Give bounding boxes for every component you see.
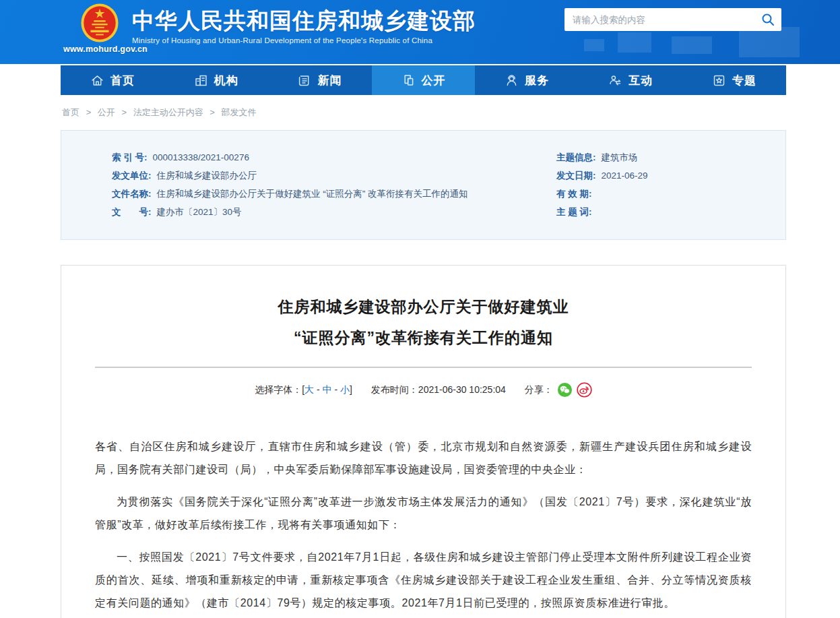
info-row-document-number: 文 号: 建办市〔2021〕30号 bbox=[112, 203, 556, 221]
wechat-share-icon[interactable] bbox=[557, 382, 573, 398]
article-meta-row: 选择字体：[大 - 中 - 小] 发布时间：2021-06-30 10:25:0… bbox=[95, 382, 752, 398]
breadcrumb-statutory-content[interactable]: 法定主动公开内容 bbox=[133, 107, 203, 117]
info-row-issuing-unit: 发文单位: 住房和城乡建设部办公厅 bbox=[112, 166, 556, 185]
article-paragraph: 一、按照国发〔2021〕7号文件要求，自2021年7月1日起，各级住房和城乡建设… bbox=[95, 546, 752, 615]
info-row-validity-period: 有 效 期: bbox=[556, 185, 779, 203]
nav-item-organization[interactable]: 机构 bbox=[164, 65, 268, 95]
interaction-icon bbox=[608, 73, 622, 88]
share-block: 分享： bbox=[525, 382, 592, 398]
font-size-selector: 选择字体：[大 - 中 - 小] bbox=[255, 384, 352, 396]
nav-item-topics[interactable]: 专题 bbox=[682, 65, 786, 95]
site-header: www.mohurd.gov.cn 中华人民共和国住房和城乡建设部 Minist… bbox=[0, 0, 840, 64]
topics-icon bbox=[712, 73, 726, 88]
document-info-box: 索 引 号: 000013338/2021-00276 发文单位: 住房和城乡建… bbox=[61, 130, 786, 240]
news-icon bbox=[298, 73, 312, 88]
search-button[interactable] bbox=[754, 8, 781, 31]
nav-item-news[interactable]: 新闻 bbox=[268, 65, 372, 95]
publish-time: 发布时间：2021-06-30 10:25:04 bbox=[371, 384, 506, 396]
article-title: 住房和城乡建设部办公厅关于做好建筑业 “证照分离”改革衔接有关工作的通知 bbox=[95, 291, 752, 353]
weibo-share-icon[interactable] bbox=[577, 382, 592, 398]
info-row-document-name: 文件名称: 住房和城乡建设部办公厅关于做好建筑业 “证照分离” 改革衔接有关工作… bbox=[112, 185, 556, 203]
breadcrumb-separator: > bbox=[86, 107, 92, 117]
breadcrumb-separator: > bbox=[121, 107, 127, 117]
title-divider bbox=[95, 367, 752, 368]
font-size-small-link[interactable]: 小 bbox=[340, 384, 350, 395]
article-paragraph: 各省、自治区住房和城乡建设厅，直辖市住房和城乡建设（管）委，北京市规划和自然资源… bbox=[95, 435, 752, 481]
article-title-line1: 住房和城乡建设部办公厅关于做好建筑业 bbox=[95, 291, 752, 322]
nav-item-home[interactable]: 首页 bbox=[61, 65, 164, 95]
site-title-en: Ministry of Housing and Urban-Rural Deve… bbox=[132, 36, 476, 44]
nav-item-service[interactable]: 服务 bbox=[475, 65, 579, 95]
breadcrumb-home[interactable]: 首页 bbox=[62, 107, 79, 117]
disclosure-icon bbox=[401, 73, 416, 88]
service-icon bbox=[505, 73, 519, 88]
main-nav: 首页 机构 新闻 公开 服务 互动 bbox=[61, 65, 786, 95]
document-info-left-column: 索 引 号: 000013338/2021-00276 发文单位: 住房和城乡建… bbox=[112, 148, 556, 226]
document-info-right-column: 主题信息: 建筑市场 发文日期: 2021-06-29 有 效 期: 主 题 词… bbox=[556, 148, 779, 226]
font-size-medium-link[interactable]: 中 bbox=[323, 384, 332, 395]
site-title-block: 中华人民共和国住房和城乡建设部 Ministry of Housing and … bbox=[132, 7, 476, 44]
search-input[interactable] bbox=[564, 9, 754, 30]
info-row-index-number: 索 引 号: 000013338/2021-00276 bbox=[112, 148, 556, 166]
nav-item-interaction[interactable]: 互动 bbox=[579, 65, 682, 95]
site-url: www.mohurd.gov.cn bbox=[63, 44, 136, 54]
search-icon bbox=[761, 13, 775, 26]
breadcrumb-disclosure[interactable]: 公开 bbox=[98, 107, 115, 117]
share-label: 分享： bbox=[525, 384, 553, 396]
info-row-issue-date: 发文日期: 2021-06-29 bbox=[556, 166, 779, 185]
search-box bbox=[564, 8, 781, 31]
article-title-line2: “证照分离”改革衔接有关工作的通知 bbox=[95, 322, 752, 353]
breadcrumb: 首页 > 公开 > 法定主动公开内容 > 部发文件 bbox=[62, 106, 840, 119]
organization-icon bbox=[194, 73, 208, 88]
article-box: 住房和城乡建设部办公厅关于做好建筑业 “证照分离”改革衔接有关工作的通知 选择字… bbox=[61, 265, 786, 618]
info-row-subject-words: 主 题 词: bbox=[556, 203, 779, 221]
nav-item-disclosure[interactable]: 公开 bbox=[372, 65, 476, 95]
national-emblem-icon bbox=[80, 3, 119, 43]
article-body: 各省、自治区住房和城乡建设厅，直辖市住房和城乡建设（管）委，北京市规划和自然资源… bbox=[95, 435, 752, 618]
article-paragraph: 为贯彻落实《国务院关于深化“证照分离”改革进一步激发市场主体发展活力的通知》（国… bbox=[95, 491, 752, 536]
home-icon bbox=[90, 73, 104, 88]
breadcrumb-ministry-documents[interactable]: 部发文件 bbox=[222, 107, 257, 117]
breadcrumb-separator: > bbox=[209, 107, 215, 117]
font-size-large-link[interactable]: 大 bbox=[304, 384, 314, 395]
info-row-topic-info: 主题信息: 建筑市场 bbox=[556, 148, 779, 166]
site-title-cn: 中华人民共和国住房和城乡建设部 bbox=[132, 7, 476, 34]
logo-block[interactable]: www.mohurd.gov.cn bbox=[63, 3, 136, 54]
